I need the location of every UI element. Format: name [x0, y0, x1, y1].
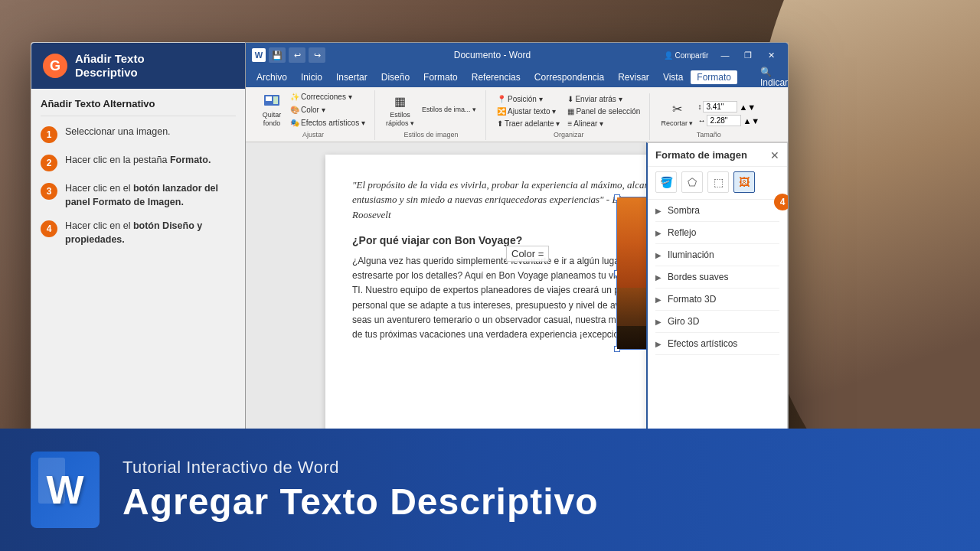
ribbon-btn-ajustar-texto[interactable]: 🔀Ajustar texto ▾	[494, 106, 563, 117]
ribbon-group-organizar: 📍Posición ▾ 🔀Ajustar texto ▾ ⬆Traer adel…	[488, 93, 650, 140]
recortar-label: Recortar ▾	[661, 119, 693, 128]
step-2-number: 2	[41, 155, 57, 171]
document-scroll[interactable]: Color = "El propósito de la vida es vivi…	[246, 142, 788, 455]
ribbon-label-organizar: Organizar	[554, 131, 584, 139]
ribbon-btn-traer[interactable]: ⬆Traer adelante ▾	[494, 118, 563, 129]
estilos-label: Estilosrápidos ▾	[386, 111, 414, 128]
ribbon-btn-quitar-fondo[interactable]: Quitarfondo	[258, 90, 286, 129]
menu-insertar[interactable]: Insertar	[330, 70, 374, 84]
step-3: 3 Hacer clic en el botón lanzador del pa…	[41, 182, 236, 209]
format-panel-title: Formato de imagen	[655, 149, 747, 161]
window-controls: 👤 Compartir — ❐ ✕	[659, 47, 782, 63]
ribbon-label-estilos: Estilos de imagen	[403, 131, 458, 139]
format-section-giro3d[interactable]: ▶ Giro 3D	[655, 311, 779, 333]
ribbon-group-tamano: ✂ Recortar ▾ ↕ ▲▼ ↔	[652, 99, 766, 140]
format-section-formato3d[interactable]: ▶ Formato 3D	[655, 289, 779, 311]
close-button[interactable]: ✕	[760, 47, 782, 63]
menu-inicio[interactable]: Inicio	[295, 70, 328, 84]
ribbon-group-ajustar: Quitarfondo ✨Correcciones ▾ 🎨Color ▾ 🎭Ef…	[252, 90, 375, 140]
format-section-reflejo[interactable]: ▶ Reflejo	[655, 222, 779, 244]
step-4-number: 4	[41, 220, 57, 237]
section-label-iluminacion: Iluminación	[668, 249, 714, 260]
share-button[interactable]: 👤 Compartir	[659, 47, 713, 63]
save-button[interactable]: 💾	[269, 47, 286, 63]
menu-formato-imagen[interactable]: Formato	[691, 70, 737, 84]
grammarly-icon: G	[43, 54, 67, 78]
step-4: 4 Hacer clic en el botón Diseño y propie…	[41, 220, 236, 246]
redo-button[interactable]: ↪	[309, 47, 325, 63]
step-1-text: Seleccionar una imagen.	[65, 126, 171, 139]
bottom-text: Tutorial Interactivo de Word Agregar Tex…	[122, 458, 599, 523]
menu-bar: Archivo Inicio Insertar Diseño Formato R…	[246, 67, 788, 87]
ribbon-btn-estilos[interactable]: ▦ Estilosrápidos ▾	[383, 90, 417, 129]
menu-revisar[interactable]: Revisar	[612, 70, 655, 84]
width-input[interactable]	[707, 115, 741, 126]
format-section-efectos[interactable]: ▶ Efectos artísticos	[655, 333, 779, 355]
ribbon-btn-posicion[interactable]: 📍Posición ▾	[494, 93, 563, 105]
menu-indicar[interactable]: 🔍 Indicar...	[754, 65, 789, 90]
restore-button[interactable]: ❐	[737, 47, 759, 63]
minimize-button[interactable]: —	[714, 47, 736, 63]
menu-vista[interactable]: Vista	[657, 70, 689, 84]
ribbon-btn-enviar[interactable]: ⬇Enviar atrás ▾	[564, 93, 643, 105]
format-icon-layout[interactable]: ⬚	[707, 171, 729, 193]
ribbon-btn-estilos-img[interactable]: Estilos de ima... ▾	[419, 104, 479, 115]
color-label: Color =	[506, 246, 549, 262]
menu-formato[interactable]: Formato	[417, 70, 464, 84]
chevron-efectos: ▶	[655, 340, 663, 347]
format-panel-header: Formato de imagen ✕	[648, 143, 787, 167]
format-section-iluminacion[interactable]: ▶ Iluminación	[655, 244, 779, 266]
bottom-subtitle: Tutorial Interactivo de Word	[122, 458, 599, 478]
step-1: 1 Seleccionar una imagen.	[41, 126, 236, 143]
chevron-formato3d: ▶	[655, 295, 663, 303]
format-icon-line[interactable]: ⬠	[681, 171, 703, 193]
height-input[interactable]	[703, 101, 737, 112]
step-3-text: Hacer clic en el botón lanzador del pane…	[65, 182, 236, 209]
menu-archivo[interactable]: Archivo	[250, 70, 293, 84]
step-4-text: Hacer clic en el botón Diseño y propieda…	[65, 220, 236, 246]
format-icon-fill[interactable]: 🪣	[655, 171, 677, 193]
bottom-bar: W Tutorial Interactivo de Word Agregar T…	[0, 429, 980, 551]
title-bar: W 💾 ↩ ↪ Documento - Word 👤 Compartir — ❐…	[246, 43, 788, 67]
chevron-bordes: ▶	[655, 273, 663, 281]
step-2: 2 Hacer clic en la pestaña Formato.	[41, 154, 236, 171]
format-panel-close[interactable]: ✕	[770, 149, 779, 161]
undo-button[interactable]: ↩	[289, 47, 305, 63]
tutorial-sidebar: G Añadir TextoDescriptivo Añadir Texto A…	[31, 42, 245, 455]
chevron-iluminacion: ▶	[655, 251, 663, 259]
section-label-bordes: Bordes suaves	[668, 272, 728, 282]
quitar-fondo-icon	[263, 92, 281, 110]
menu-referencias[interactable]: Referencias	[466, 70, 527, 84]
format-icon-effects[interactable]: 🖼	[733, 171, 755, 193]
format-section-bordes[interactable]: ▶ Bordes suaves	[655, 266, 779, 289]
menu-correspondencia[interactable]: Correspondencia	[528, 70, 610, 84]
section-label-efectos: Efectos artísticos	[668, 338, 737, 349]
bottom-title: Agregar Texto Descriptivo	[122, 482, 599, 523]
ribbon-btn-alinear[interactable]: ≡Alinear ▾	[564, 118, 643, 129]
ribbon-btn-panel-seleccion[interactable]: ▦Panel de selección	[564, 106, 643, 117]
svg-rect-1	[266, 96, 272, 101]
word-application: W 💾 ↩ ↪ Documento - Word 👤 Compartir — ❐…	[245, 42, 789, 455]
ribbon-btn-efectos[interactable]: 🎭Efectos artísticos ▾	[287, 117, 368, 129]
ribbon-btn-color[interactable]: 🎨Color ▾	[287, 104, 368, 116]
ribbon-btn-recortar[interactable]: ✂ Recortar ▾	[658, 99, 696, 129]
step-1-number: 1	[41, 126, 57, 143]
word-logo: W	[31, 452, 100, 528]
step-2-text: Hacer clic en la pestaña Formato.	[65, 154, 211, 168]
ribbon-btn-correcciones[interactable]: ✨Correcciones ▾	[287, 91, 368, 103]
sidebar-alt-title: Añadir Texto Alternativo	[41, 98, 236, 116]
ribbon-label-tamano: Tamaño	[697, 131, 721, 139]
svg-rect-2	[273, 96, 278, 104]
ribbon: Quitarfondo ✨Correcciones ▾ 🎨Color ▾ 🎭Ef…	[246, 87, 788, 142]
ribbon-label-ajustar: Ajustar	[302, 131, 324, 139]
estilos-icon: ▦	[390, 92, 409, 110]
chevron-reflejo: ▶	[655, 229, 663, 236]
section-label-reflejo: Reflejo	[668, 227, 696, 238]
sidebar-header: G Añadir TextoDescriptivo	[31, 43, 245, 89]
menu-diseno[interactable]: Diseño	[375, 70, 416, 84]
step-3-number: 3	[41, 183, 57, 200]
quitar-fondo-label: Quitarfondo	[263, 111, 282, 128]
section-label-giro3d: Giro 3D	[668, 316, 699, 327]
word-logo-letter: W	[46, 467, 83, 513]
format-section-sombra[interactable]: ▶ Sombra 4	[655, 200, 779, 222]
